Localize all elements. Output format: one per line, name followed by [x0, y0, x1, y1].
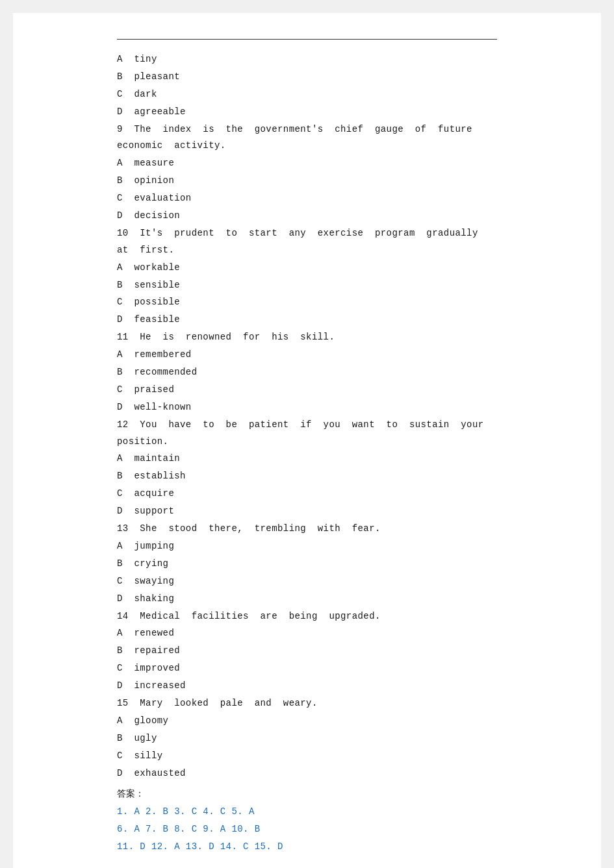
q11-option-C: C praised	[117, 382, 497, 399]
answer-line-1: 1. A 2. B 3. C 4. C 5. A	[117, 804, 497, 821]
question-11: 11 He is renowned for his skill.	[117, 329, 497, 346]
q14-option-B: B repaired	[117, 643, 497, 660]
q15-option-D: D exhausted	[117, 765, 497, 782]
q9-option-D: D decision	[117, 208, 497, 225]
content-area: A tiny B pleasant C dark D agreeable 9 T…	[117, 51, 497, 856]
q11-option-A: A remembered	[117, 347, 497, 364]
question-12: 12 You have to be patient if you want to…	[117, 417, 497, 451]
q13-option-C: C swaying	[117, 573, 497, 590]
q15-option-A: A gloomy	[117, 713, 497, 730]
question-14: 14 Medical facilities are being upgraded…	[117, 608, 497, 625]
answer-line-2: 6. A 7. B 8. C 9. A 10. B	[117, 821, 497, 838]
question-15: 15 Mary looked pale and weary.	[117, 695, 497, 712]
q11-option-B: B recommended	[117, 364, 497, 381]
q12-option-D: D support	[117, 503, 497, 520]
q15-option-B: B ugly	[117, 730, 497, 747]
q14-option-D: D increased	[117, 678, 497, 695]
q9-option-C: C evaluation	[117, 190, 497, 207]
q12-option-A: A maintain	[117, 451, 497, 467]
q11-option-D: D well-known	[117, 399, 497, 416]
question-13: 13 She stood there, trembling with fear.	[117, 521, 497, 538]
q15-option-C: C silly	[117, 748, 497, 765]
q10-option-C: C possible	[117, 294, 497, 311]
q10-option-D: D feasible	[117, 312, 497, 329]
option-pre-C: C dark	[117, 86, 497, 103]
answer-header: 答案：	[117, 786, 497, 802]
option-pre-B: B pleasant	[117, 69, 497, 86]
q13-option-D: D shaking	[117, 591, 497, 608]
top-divider	[117, 39, 497, 40]
q12-option-C: C acquire	[117, 486, 497, 502]
q14-option-C: C improved	[117, 660, 497, 677]
q9-option-A: A measure	[117, 155, 497, 172]
q10-option-B: B sensible	[117, 277, 497, 294]
option-pre-A: A tiny	[117, 51, 497, 68]
option-pre-D: D agreeable	[117, 104, 497, 121]
q12-option-B: B establish	[117, 468, 497, 485]
question-10: 10 It's prudent to start any exercise pr…	[117, 225, 497, 259]
q10-option-A: A workable	[117, 260, 497, 277]
q14-option-A: A renewed	[117, 625, 497, 642]
question-9: 9 The index is the government's chief ga…	[117, 121, 497, 155]
q13-option-B: B crying	[117, 556, 497, 573]
answer-line-3: 11. D 12. A 13. D 14. C 15. D	[117, 839, 497, 856]
q13-option-A: A jumping	[117, 538, 497, 555]
page: A tiny B pleasant C dark D agreeable 9 T…	[13, 13, 601, 868]
q9-option-B: B opinion	[117, 173, 497, 190]
